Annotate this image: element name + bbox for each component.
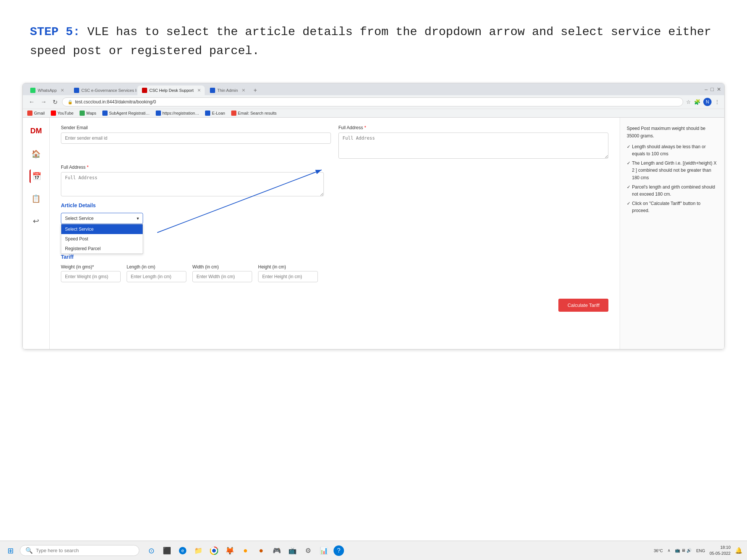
taskbar-icon-taskview[interactable]: ⬛ <box>161 545 173 557</box>
dropdown-arrow-icon: ▾ <box>137 216 139 221</box>
dropdown-item-select-service[interactable]: Select Service <box>61 224 143 234</box>
browser-window: WhatsApp ✕ CSC e-Governance Services Ind… <box>22 83 725 349</box>
bookmark-star-icon[interactable]: ☆ <box>686 99 691 105</box>
menu-icon[interactable]: ⋮ <box>715 99 720 105</box>
taskbar-icon-game[interactable]: 🎮 <box>271 545 283 557</box>
tab-whatsapp[interactable]: WhatsApp ✕ <box>26 85 69 95</box>
tab-csc-governance[interactable]: CSC e-Governance Services Indi… ✕ <box>69 85 137 95</box>
extensions-icon[interactable]: 🧩 <box>694 99 700 105</box>
select-service-dropdown: Select Service Speed Post Registered Par… <box>61 224 143 254</box>
taskbar-search-input[interactable] <box>36 548 134 553</box>
weight-input[interactable] <box>61 271 121 282</box>
taskbar-icon-folder[interactable]: 📁 <box>192 545 204 557</box>
taskbar-icon-excel[interactable]: 📊 <box>318 545 330 557</box>
lock-icon: 🔒 <box>68 100 73 105</box>
tariff-section: Tariff Weight (in gms)* Length (in cm) W… <box>61 254 608 312</box>
refresh-button[interactable]: ↻ <box>51 98 59 106</box>
right-panel-checklist: Length should always be less than or equ… <box>627 143 717 215</box>
taskbar-icon-chrome[interactable] <box>208 545 220 557</box>
bookmark-registration[interactable]: https://registration… <box>156 111 199 116</box>
length-group: Length (in cm) <box>127 264 186 282</box>
bookmark-email-search-label: Email: Search results <box>238 111 277 115</box>
sender-email-input[interactable] <box>61 133 331 144</box>
weight-group: Weight (in gms)* <box>61 264 121 282</box>
sender-email-label: Sender Email <box>61 125 331 130</box>
full-address-right-input[interactable] <box>338 133 608 159</box>
instruction-text: VLE has to select the article details fr… <box>30 25 711 58</box>
full-address-input[interactable] <box>61 172 324 196</box>
width-group: Width (in cm) <box>192 264 252 282</box>
bookmark-maps-label: Maps <box>86 111 96 115</box>
address-bar[interactable]: 🔒 test.csccloud.in:8443/dakmitra/booking… <box>62 97 683 106</box>
browser-window-controls: – □ ✕ <box>705 86 721 94</box>
sidebar-icon-document[interactable]: 📋 <box>30 192 43 205</box>
article-details-section: Article Details Select Service ▾ Select … <box>61 202 608 231</box>
select-service-trigger[interactable]: Select Service ▾ <box>61 213 143 224</box>
taskbar-icon-settings[interactable]: ⚙ <box>302 545 314 557</box>
taskbar-icons: ⊙ ⬛ e 📁 🦊 ● ● 🎮 📺 ⚙ 📊 ? <box>145 545 344 557</box>
svg-text:e: e <box>181 548 184 553</box>
tab-thin-admin-label: Thin Admin <box>217 88 238 93</box>
taskbar-icon-firefox[interactable]: 🦊 <box>224 545 236 557</box>
taskbar-language: ENG <box>696 548 705 553</box>
length-input[interactable] <box>127 271 186 282</box>
taskbar-search-box[interactable]: 🔍 <box>20 545 139 556</box>
forward-button[interactable]: → <box>39 98 48 106</box>
back-button[interactable]: ← <box>27 98 36 106</box>
right-panel: Speed Post maximum weight should be 3500… <box>620 118 724 349</box>
bookmark-subagent-label: SubAgent Registrati… <box>109 111 150 115</box>
maximize-icon[interactable]: □ <box>711 86 714 92</box>
minimize-icon[interactable]: – <box>705 86 708 92</box>
bookmark-gmail[interactable]: Gmail <box>27 111 45 116</box>
taskbar-icon-circle2[interactable]: ● <box>255 545 267 557</box>
sidebar-icon-home[interactable]: 🏠 <box>30 147 43 161</box>
height-input[interactable] <box>258 271 318 282</box>
taskbar-icon-circle1[interactable]: ● <box>239 545 251 557</box>
tariff-row: Weight (in gms)* Length (in cm) Width (i… <box>61 264 608 282</box>
sidebar-icon-logout[interactable]: ↩ <box>30 214 43 228</box>
bookmark-youtube[interactable]: YouTube <box>51 111 74 116</box>
taskbar-icon-cortana[interactable]: ⊙ <box>145 545 157 557</box>
url-text: test.csccloud.in:8443/dakmitra/booking/0 <box>75 99 156 105</box>
close-window-icon[interactable]: ✕ <box>717 86 721 92</box>
taskbar-icon-tv[interactable]: 📺 <box>286 545 298 557</box>
dropdown-item-registered-parcel[interactable]: Registered Parcel <box>61 244 143 253</box>
new-tab-button[interactable]: + <box>251 85 260 95</box>
full-address-right-group: Full Address * <box>338 125 608 159</box>
width-label: Width (in cm) <box>192 264 252 270</box>
top-form-row: Sender Email Full Address * <box>61 125 608 159</box>
taskbar-search-icon: 🔍 <box>25 547 33 554</box>
start-button[interactable]: ⊞ <box>4 545 17 557</box>
taskbar-right: 36°C ∧ 📺 🖥 🔊 ENG 18:10 05-05-2022 🔔 <box>654 545 743 556</box>
step-label: STEP 5: <box>30 25 80 39</box>
taskbar-notification-bell[interactable]: 🔔 <box>735 547 743 554</box>
svg-point-5 <box>212 549 216 553</box>
tab-whatsapp-close[interactable]: ✕ <box>61 88 64 93</box>
check-item-4: Click on "Calculate Tariff" button to pr… <box>627 200 717 214</box>
instruction-area: STEP 5: VLE has to select the article de… <box>0 0 747 75</box>
tab-csc-helpdesk-close[interactable]: ✕ <box>197 88 201 93</box>
dropdown-item-speed-post[interactable]: Speed Post <box>61 234 143 244</box>
sidebar-icon-calendar[interactable]: 📅 <box>30 169 43 183</box>
bookmark-gmail-label: Gmail <box>34 111 45 115</box>
bookmark-subagent[interactable]: SubAgent Registrati… <box>102 111 150 116</box>
bookmark-eloan[interactable]: E-Loan <box>205 111 225 116</box>
tab-thin-admin[interactable]: Thin Admin ✕ <box>205 85 250 95</box>
calculate-tariff-button[interactable]: Calculate Tariff <box>558 299 608 312</box>
full-address-row: Full Address * <box>61 165 608 196</box>
taskbar-icon-help[interactable]: ? <box>334 545 344 556</box>
width-input[interactable] <box>192 271 252 282</box>
sidebar-logo: DM <box>27 124 45 138</box>
bookmark-maps[interactable]: Maps <box>80 111 96 116</box>
whatsapp-favicon <box>30 88 35 93</box>
taskbar-temperature: 36°C <box>654 548 663 553</box>
tab-csc-helpdesk[interactable]: CSC Help Desk Support ✕ <box>137 85 205 95</box>
bookmark-email-search[interactable]: Email: Search results <box>231 111 277 116</box>
tab-thin-admin-close[interactable]: ✕ <box>242 88 245 93</box>
taskbar-system-icons: 📺 🖥 🔊 <box>675 548 692 553</box>
select-service-container: Select Service ▾ Select Service Speed Po… <box>61 213 143 224</box>
address-bar-controls: ☆ 🧩 N ⋮ <box>686 98 720 106</box>
taskbar-icon-edge[interactable]: e <box>177 545 189 557</box>
address-bar-row: ← → ↻ 🔒 test.csccloud.in:8443/dakmitra/b… <box>23 95 724 109</box>
profile-icon[interactable]: N <box>703 98 712 106</box>
